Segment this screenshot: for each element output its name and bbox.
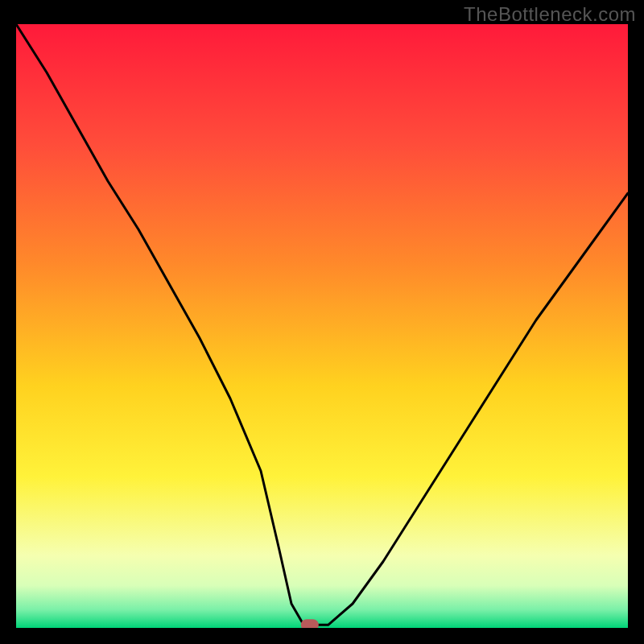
- plot-area: [16, 24, 628, 628]
- bottleneck-chart: [16, 24, 628, 628]
- watermark-text: TheBottleneck.com: [464, 3, 636, 26]
- optimum-marker: [301, 619, 319, 628]
- chart-frame: TheBottleneck.com: [0, 0, 644, 644]
- chart-background: [16, 24, 628, 628]
